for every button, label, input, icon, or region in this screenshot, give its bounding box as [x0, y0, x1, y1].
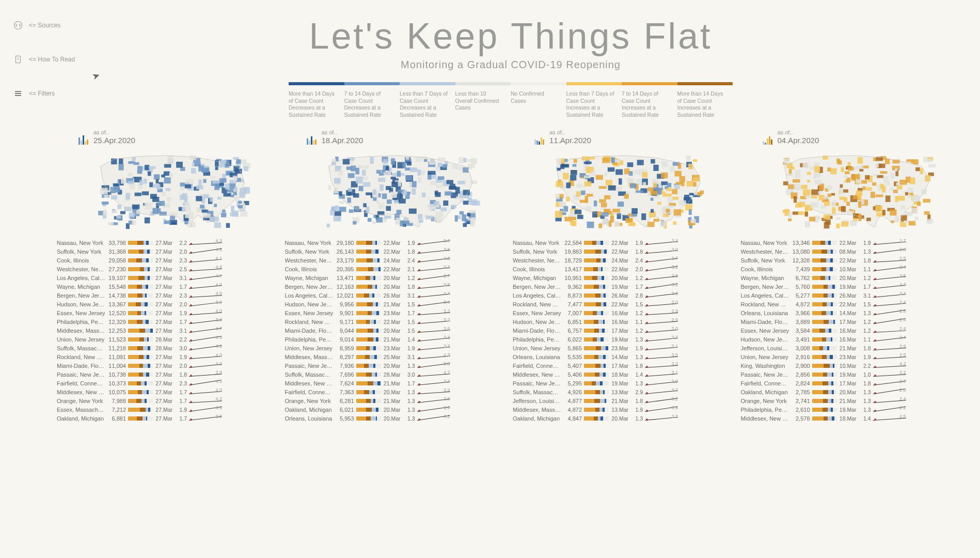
table-row[interactable]: Wayne, Michigan 15,548 27.Mar 1.7 4.0 [57, 283, 281, 291]
table-row[interactable]: Cook, Illinois 20,395 22.Mar 2.1 3.7 [285, 265, 509, 274]
table-row[interactable]: Hudson, New Jersey 9,956 21.Mar 1.5 3.4 [285, 300, 509, 309]
table-row[interactable]: Jefferson, Louisiana 4,877 21.Mar 1.8 3.… [513, 397, 737, 406]
table-row[interactable]: Suffolk, New York 26,143 22.Mar 1.8 3.6 [285, 247, 509, 256]
table-row[interactable]: Philadelphia, Pennsyl.. 9,014 21.Mar 1.4… [285, 335, 509, 344]
table-row[interactable]: Suffolk, Massachusetts 11,218 28.Mar 3.0… [57, 344, 281, 353]
table-row[interactable]: Bergen, New Jersey 14,738 27.Mar 2.3 4.5 [57, 291, 281, 300]
table-row[interactable]: King, Washington 2,900 10.Mar 2.2 4.2 [741, 362, 965, 370]
table-row[interactable]: Los Angeles, Califor.. 19,107 27.Mar 3.1… [57, 274, 281, 283]
table-row[interactable]: Nassau, New York 29,180 22.Mar 1.9 3.7 [285, 239, 509, 247]
sparkline-icon: 2.7 [873, 239, 906, 246]
table-row[interactable]: Hudson, New Jersey 3,491 16.Mar 1.1 2.4 [741, 335, 965, 344]
case-count: 7,212 [107, 407, 126, 413]
table-row[interactable]: Westchester, New Yo.. 23,179 24.Mar 2.4 … [285, 256, 509, 265]
table-row[interactable]: Oakland, Michigan 6,881 27.Mar 1.7 3.5 [57, 414, 281, 423]
table-row[interactable]: Orange, New York 2,741 21.Mar 1.3 2.4 [741, 397, 965, 406]
table-row[interactable]: Philadelphia, Pennsyl.. 12,329 27.Mar 1.… [57, 318, 281, 327]
county-name: Miami-Dade, Florida [741, 319, 789, 325]
table-row[interactable]: Middlesex, New Jers.. 10,075 27.Mar 1.7 … [57, 388, 281, 397]
table-row[interactable]: Hudson, New Jersey 6,851 16.Mar 1.1 2.9 [513, 318, 737, 327]
table-row[interactable]: Jefferson, Louisiana 3,008 21.Mar 1.8 2.… [741, 344, 965, 353]
table-row[interactable]: Union, New Jersey 11,523 28.Mar 2.2 4.3 [57, 335, 281, 344]
table-row[interactable]: Passaic, New Jersey 7,936 20.Mar 1.3 3.3 [285, 362, 509, 370]
table-row[interactable]: Wayne, Michigan 13,471 20.Mar 1.2 2.7 [285, 274, 509, 283]
table-row[interactable]: Orleans, Louisiana 3,966 14.Mar 1.3 2.8 [741, 309, 965, 318]
table-row[interactable]: Middlesex, New Jers.. 2,578 18.Mar 1.4 2… [741, 414, 965, 423]
table-row[interactable]: Oakland, Michigan 2,785 20.Mar 1.3 2.6 [741, 388, 965, 397]
table-row[interactable]: Philadelphia, Pennsyl.. 2,610 19.Mar 1.3… [741, 406, 965, 414]
table-row[interactable]: Essex, New Jersey 12,520 27.Mar 1.9 4.0 [57, 309, 281, 318]
svg-rect-877 [857, 157, 863, 164]
us-map[interactable] [513, 147, 737, 235]
table-row[interactable]: Westchester, New Yo.. 18,729 24.Mar 2.4 … [513, 256, 737, 265]
table-row[interactable]: Middlesex, New Jers.. 7,624 21.Mar 1.7 3… [285, 379, 509, 388]
table-row[interactable]: Passaic, New Jersey 2,856 19.Mar 1.0 2.2 [741, 370, 965, 379]
data-table: Nassau, New York 22,584 22.Mar 1.9 3.2 S… [513, 239, 737, 423]
table-row[interactable]: Rockland, New York 7,477 22.Mar 1.5 3.0 [513, 300, 737, 309]
table-row[interactable]: Westchester, New Yo.. 27,230 27.Mar 2.5 … [57, 265, 281, 274]
table-row[interactable]: Cook, Illinois 7,439 10.Mar 1.1 2.4 [741, 265, 965, 274]
table-row[interactable]: Cook, Illinois 29,058 27.Mar 2.3 4.1 [57, 256, 281, 265]
table-row[interactable]: Rockland, New York 11,091 27.Mar 1.9 4.3 [57, 353, 281, 362]
table-row[interactable]: Los Angeles, Califor.. 8,873 26.Mar 2.8 … [513, 291, 737, 300]
table-row[interactable]: Union, New Jersey 2,916 23.Mar 1.9 2.5 [741, 353, 965, 362]
table-row[interactable]: Middlesex, New Jers.. 5,406 18.Mar 1.4 3… [513, 370, 737, 379]
table-row[interactable]: Union, New Jersey 8,959 23.Mar 1.9 3.7 [285, 344, 509, 353]
table-row[interactable]: Miami-Dade, Florida 9,044 20.Mar 1.5 3.6 [285, 327, 509, 335]
table-row[interactable]: Essex, Massachusetts 7,212 27.Mar 1.9 4.… [57, 406, 281, 414]
table-row[interactable]: Fairfield, Connecticut 7,363 20.Mar 1.3 … [285, 388, 509, 397]
table-row[interactable]: Passaic, New Jersey 5,295 19.Mar 1.3 3.0 [513, 379, 737, 388]
table-row[interactable]: Middlesex, Massachu.. 12,253 27.Mar 3.1 … [57, 327, 281, 335]
table-row[interactable]: Cook, Illinois 13,417 22.Mar 2.0 3.2 [513, 265, 737, 274]
table-row[interactable]: Los Angeles, Califor.. 5,277 26.Mar 3.1 … [741, 291, 965, 300]
table-row[interactable]: Oakland, Michigan 4,847 20.Mar 1.3 3.3 [513, 414, 737, 423]
table-row[interactable]: Passaic, New Jersey 10,738 27.Mar 1.8 3.… [57, 370, 281, 379]
us-map[interactable] [285, 147, 509, 235]
table-row[interactable]: Nassau, New York 13,346 22.Mar 1.9 2.7 [741, 239, 965, 247]
value: 1.9 [630, 407, 643, 413]
table-row[interactable]: Fairfield, Connecticut 10,373 27.Mar 2.3… [57, 379, 281, 388]
table-row[interactable]: Suffolk, Massachusetts 7,696 28.Mar 3.0 … [285, 370, 509, 379]
table-row[interactable]: Bergen, New Jersey 9,362 19.Mar 1.7 3.2 [513, 283, 737, 291]
table-row[interactable]: Miami-Dade, Florida 6,757 17.Mar 1.2 3.0 [513, 327, 737, 335]
us-map[interactable] [57, 147, 281, 235]
table-row[interactable]: Orleans, Louisiana 5,953 20.Mar 1.3 4.2 [285, 414, 509, 423]
svg-rect-572 [587, 221, 594, 228]
legend-label: 7 to 14 Days of Case Count Increases at … [622, 90, 677, 119]
table-row[interactable]: Philadelphia, Pennsyl.. 6,022 19.Mar 1.3… [513, 335, 737, 344]
table-row[interactable]: Fairfield, Connecticut 2,824 17.Mar 1.8 … [741, 379, 965, 388]
table-row[interactable]: Rockland, New York 9,171 22.Mar 1.5 3.2 [285, 318, 509, 327]
table-row[interactable]: Suffolk, New York 19,883 22.Mar 1.8 3.0 [513, 247, 737, 256]
table-row[interactable]: Wayne, Michigan 10,951 20.Mar 1.2 2.8 [513, 274, 737, 283]
svg-rect-826 [920, 168, 923, 174]
table-row[interactable]: Wayne, Michigan 6,762 20.Mar 1.2 2.5 [741, 274, 965, 283]
table-row[interactable]: Westchester, New Yo.. 13,080 08.Mar 1.3 … [741, 247, 965, 256]
table-row[interactable]: Miami-Dade, Florida 11,004 27.Mar 2.0 4.… [57, 362, 281, 370]
svg-rect-150 [198, 179, 201, 186]
table-row[interactable]: Essex, New Jersey 9,901 23.Mar 1.7 3.3 [285, 309, 509, 318]
table-row[interactable]: Bergen, New Jersey 12,163 20.Mar 1.8 3.8 [285, 283, 509, 291]
table-row[interactable]: Bergen, New Jersey 5,760 19.Mar 1.7 2.7 [741, 283, 965, 291]
svg-rect-498 [599, 199, 606, 203]
table-row[interactable]: Suffolk, Massachusetts 4,926 13.Mar 2.9 … [513, 388, 737, 397]
table-row[interactable]: Suffolk, New York 31,368 27.Mar 2.0 4.5 [57, 247, 281, 256]
table-row[interactable]: Nassau, New York 22,584 22.Mar 1.9 3.2 [513, 239, 737, 247]
table-row[interactable]: Union, New Jersey 5,865 23.Mar 1.9 3.1 [513, 344, 737, 353]
table-row[interactable]: Essex, New Jersey 7,007 16.Mar 1.2 2.9 [513, 309, 737, 318]
table-row[interactable]: Middlesex, Massachu.. 4,872 13.Mar 1.9 3… [513, 406, 737, 414]
table-row[interactable]: Oakland, Michigan 6,021 20.Mar 1.3 3.9 [285, 406, 509, 414]
table-row[interactable]: Orleans, Louisiana 5,535 14.Mar 1.3 3.5 [513, 353, 737, 362]
table-row[interactable]: Essex, New Jersey 3,584 16.Mar 1.2 2.4 [741, 327, 965, 335]
table-row[interactable]: Los Angeles, Califor.. 12,021 26.Mar 3.1… [285, 291, 509, 300]
table-row[interactable]: Fairfield, Connecticut 5,407 17.Mar 1.8 … [513, 362, 737, 370]
table-row[interactable]: Suffolk, New York 12,328 22.Mar 1.8 2.5 [741, 256, 965, 265]
us-map[interactable] [741, 147, 965, 235]
table-row[interactable]: Orange, New York 6,281 21.Mar 1.3 3.6 [285, 397, 509, 406]
table-row[interactable]: Middlesex, Massachu.. 8,297 25.Mar 3.1 4… [285, 353, 509, 362]
svg-rect-35 [142, 191, 149, 195]
table-row[interactable]: Hudson, New Jersey 13,367 27.Mar 2.0 3.9 [57, 300, 281, 309]
table-row[interactable]: Miami-Dade, Florida 3,889 17.Mar 1.2 2.4 [741, 318, 965, 327]
table-row[interactable]: Orange, New York 7,988 27.Mar 1.7 4.2 [57, 397, 281, 406]
table-row[interactable]: Nassau, New York 33,798 27.Mar 2.2 4.3 [57, 239, 281, 247]
table-row[interactable]: Rockland, New York 4,872 22.Mar 1.5 2.4 [741, 300, 965, 309]
